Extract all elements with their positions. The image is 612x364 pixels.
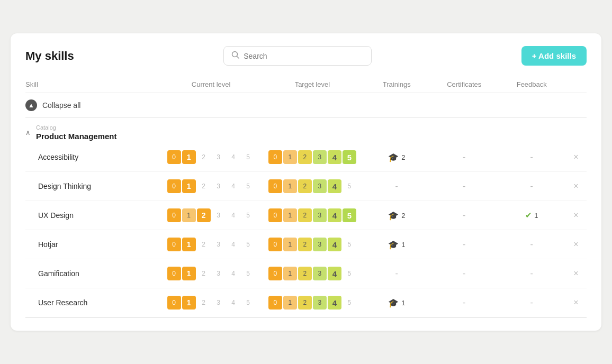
level-0[interactable]: 0: [167, 179, 181, 193]
t-level-2[interactable]: 2: [298, 179, 312, 193]
level-3[interactable]: 3: [212, 150, 226, 164]
remove-skill-button[interactable]: ×: [565, 240, 587, 249]
remove-skill-button[interactable]: ×: [565, 211, 587, 220]
t-level-4-active[interactable]: 4: [328, 238, 341, 251]
level-5[interactable]: 5: [241, 179, 255, 193]
t-level-0[interactable]: 0: [268, 208, 282, 222]
t-level-5-active[interactable]: 5: [343, 150, 356, 164]
t-level-0[interactable]: 0: [268, 238, 282, 251]
target-level-bar[interactable]: 0 1 2 3 4 5: [262, 208, 363, 222]
level-1[interactable]: 1: [182, 208, 196, 222]
t-level-5[interactable]: 5: [343, 179, 356, 193]
level-5[interactable]: 5: [241, 208, 255, 222]
t-level-1[interactable]: 1: [283, 238, 297, 251]
t-level-5[interactable]: 5: [343, 267, 356, 280]
t-level-5-active[interactable]: 5: [343, 208, 356, 222]
t-level-0[interactable]: 0: [268, 179, 282, 193]
t-level-3[interactable]: 3: [313, 296, 327, 310]
level-3[interactable]: 3: [212, 238, 226, 251]
t-level-3[interactable]: 3: [313, 179, 327, 193]
level-1-active[interactable]: 1: [182, 150, 196, 164]
t-level-0[interactable]: 0: [268, 296, 282, 310]
t-level-2[interactable]: 2: [298, 208, 312, 222]
level-3[interactable]: 3: [212, 267, 226, 280]
level-4[interactable]: 4: [227, 179, 240, 193]
remove-skill-button[interactable]: ×: [565, 152, 587, 162]
level-0[interactable]: 0: [167, 296, 181, 310]
level-4[interactable]: 4: [227, 150, 240, 164]
collapse-all-row[interactable]: ▲ Collapse all: [25, 93, 587, 118]
level-5[interactable]: 5: [241, 296, 255, 310]
level-3[interactable]: 3: [212, 296, 226, 310]
current-level-bar[interactable]: 0 1 2 3 4 5: [160, 267, 262, 280]
t-level-1[interactable]: 1: [283, 208, 297, 222]
t-level-1[interactable]: 1: [283, 267, 297, 280]
t-level-5[interactable]: 5: [343, 238, 356, 251]
level-5[interactable]: 5: [241, 150, 255, 164]
level-2[interactable]: 2: [197, 150, 211, 164]
target-level-bar[interactable]: 0 1 2 3 4 5: [262, 150, 363, 164]
level-5[interactable]: 5: [241, 267, 255, 280]
search-input[interactable]: [244, 52, 364, 60]
t-level-3[interactable]: 3: [313, 267, 327, 280]
level-5[interactable]: 5: [241, 238, 255, 251]
current-level-bar[interactable]: 0 1 2 3 4 5: [160, 238, 262, 251]
level-2[interactable]: 2: [197, 238, 211, 251]
level-3[interactable]: 3: [212, 179, 226, 193]
level-4[interactable]: 4: [227, 238, 240, 251]
remove-skill-button[interactable]: ×: [565, 269, 587, 278]
level-2[interactable]: 2: [197, 179, 211, 193]
level-2[interactable]: 2: [197, 267, 211, 280]
level-0[interactable]: 0: [167, 150, 181, 164]
t-level-3[interactable]: 3: [313, 238, 327, 251]
trainings-cell: 🎓 2: [363, 152, 431, 162]
level-4[interactable]: 4: [227, 208, 240, 222]
level-1-active[interactable]: 1: [182, 238, 196, 251]
level-2-active[interactable]: 2: [197, 208, 211, 222]
t-level-2[interactable]: 2: [298, 238, 312, 251]
level-4[interactable]: 4: [227, 267, 240, 280]
remove-skill-button[interactable]: ×: [565, 298, 587, 307]
add-skills-button[interactable]: + Add skills: [521, 46, 587, 66]
level-0[interactable]: 0: [167, 238, 181, 251]
level-1-active[interactable]: 1: [182, 267, 196, 280]
t-level-3[interactable]: 3: [313, 208, 327, 222]
level-1-active[interactable]: 1: [182, 179, 196, 193]
remove-skill-button[interactable]: ×: [565, 181, 587, 191]
t-level-4[interactable]: 4: [328, 150, 341, 164]
feedback-cell: -: [498, 152, 566, 162]
current-level-bar[interactable]: 0 1 2 3 4 5: [160, 150, 262, 164]
level-4[interactable]: 4: [227, 296, 240, 310]
t-level-1[interactable]: 1: [283, 296, 297, 310]
level-1-active[interactable]: 1: [182, 296, 196, 310]
t-level-0[interactable]: 0: [268, 150, 282, 164]
t-level-4-active[interactable]: 4: [328, 296, 341, 310]
current-level-bar[interactable]: 0 1 2 3 4 5: [160, 179, 262, 193]
target-level-bar[interactable]: 0 1 2 3 4 5: [262, 179, 363, 193]
t-level-5[interactable]: 5: [343, 296, 356, 310]
t-level-1[interactable]: 1: [283, 150, 297, 164]
current-level-bar[interactable]: 0 1 2 3 4 5: [160, 296, 262, 310]
current-level-bar[interactable]: 0 1 2 3 4 5: [160, 208, 262, 222]
level-2[interactable]: 2: [197, 296, 211, 310]
t-level-2[interactable]: 2: [298, 296, 312, 310]
t-level-4[interactable]: 4: [328, 208, 341, 222]
target-level-bar[interactable]: 0 1 2 3 4 5: [262, 296, 363, 310]
level-0[interactable]: 0: [167, 208, 181, 222]
t-level-3[interactable]: 3: [313, 150, 327, 164]
search-box[interactable]: [223, 46, 372, 66]
trainings-count: 1: [401, 299, 405, 307]
t-level-2[interactable]: 2: [298, 267, 312, 280]
t-level-4-active[interactable]: 4: [328, 267, 341, 280]
t-level-1[interactable]: 1: [283, 179, 297, 193]
t-level-2[interactable]: 2: [298, 150, 312, 164]
target-level-bar[interactable]: 0 1 2 3 4 5: [262, 267, 363, 280]
target-level-bar[interactable]: 0 1 2 3 4 5: [262, 238, 363, 251]
t-level-0[interactable]: 0: [268, 267, 282, 280]
collapse-all-button[interactable]: ▲: [25, 99, 37, 111]
t-level-4-active[interactable]: 4: [328, 179, 341, 193]
level-0[interactable]: 0: [167, 267, 181, 280]
catalog-header: ∧ Catalog Product Management: [25, 118, 587, 143]
catalog-chevron-icon[interactable]: ∧: [25, 129, 31, 136]
level-3[interactable]: 3: [212, 208, 226, 222]
